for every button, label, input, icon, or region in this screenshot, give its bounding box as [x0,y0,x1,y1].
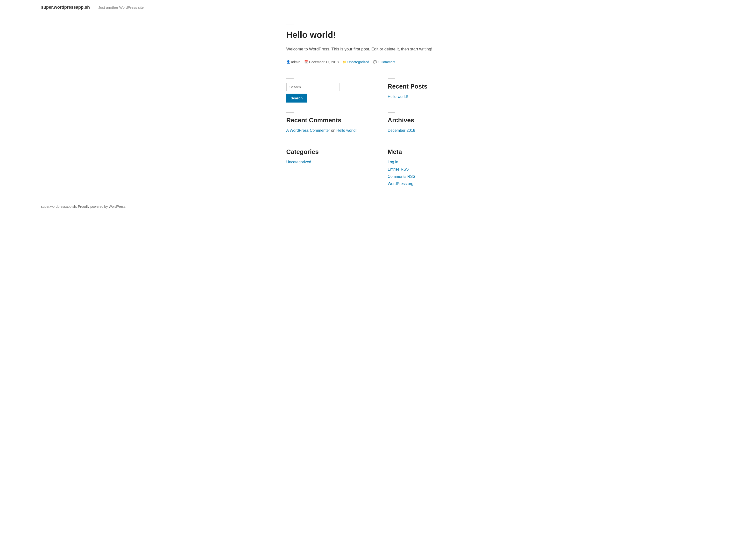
search-widget: Search [286,78,368,103]
post-content: Welcome to WordPress. This is your first… [286,46,470,53]
archives-widget: Archives December 2018 [388,112,470,134]
search-button[interactable]: Search [286,94,307,103]
archive-link-0[interactable]: December 2018 [388,128,470,133]
meta-wordpress-link[interactable]: WordPress.org [388,182,470,186]
meta-comments-link[interactable]: Comments RSS [388,175,470,179]
commenter-link-0[interactable]: A WordPress Commenter [286,128,330,132]
meta-links: Log in Entries RSS Comments RSS WordPres… [388,160,470,188]
comment-post-link-0[interactable]: Hello world! [336,128,357,132]
search-input[interactable] [286,83,339,91]
recent-posts-widget: Recent Posts Hello world! [388,78,470,103]
site-header: super.wordpressapp.sh — Just another Wor… [0,0,756,15]
meta-login-link[interactable]: Log in [388,160,470,164]
recent-comments-divider [286,112,294,113]
search-form: Search [286,83,368,103]
site-content: Hello world! Welcome to WordPress. This … [245,15,511,197]
site-tagline: Just another WordPress site [98,5,144,9]
comment-on-text-0-word: on [331,128,336,132]
archives-title: Archives [388,116,470,124]
recent-posts-title: Recent Posts [388,83,470,90]
categories-divider [286,144,294,144]
author-icon: 👤 [286,60,290,64]
site-title[interactable]: super.wordpressapp.sh [41,5,90,10]
post-meta: 👤 admin 📅 December 17, 2018 📁 Uncategori… [286,60,470,64]
post-title: Hello world! [286,30,470,40]
meta-title: Meta [388,148,470,156]
post-comments-item: 💬 1 Comment [373,60,395,64]
archives-divider [388,112,395,113]
site-separator: — [92,5,96,9]
search-divider [286,78,294,79]
post-author-item: 👤 admin [286,60,300,64]
meta-widget: Meta Log in Entries RSS Comments RSS Wor… [388,144,470,188]
post-category[interactable]: Uncategorized [347,60,369,64]
site-branding: super.wordpressapp.sh — Just another Wor… [41,5,715,10]
meta-entries-link[interactable]: Entries RSS [388,167,470,172]
post-date: December 17, 2018 [309,60,339,64]
footer-credits: super.wordpressapp.sh, Proudly powered b… [41,204,715,208]
recent-comments-title: Recent Comments [286,116,368,124]
categories-title: Categories [286,148,368,156]
comments-icon: 💬 [373,60,377,64]
category-icon: 📁 [343,60,346,64]
widgets-area: Search Recent Posts Hello world! Recent … [286,78,470,188]
date-icon: 📅 [304,60,308,64]
footer-site-name: super.wordpressapp.sh, [41,204,77,208]
post-article: Hello world! Welcome to WordPress. This … [286,25,470,64]
recent-posts-divider [388,78,395,79]
site-footer: super.wordpressapp.sh, Proudly powered b… [0,197,756,216]
post-author: admin [291,60,300,64]
post-divider [286,25,294,25]
categories-widget: Categories Uncategorized [286,144,368,188]
post-category-item: 📁 Uncategorized [343,60,369,64]
recent-post-link-0[interactable]: Hello world! [388,95,470,99]
category-link-0[interactable]: Uncategorized [286,160,368,164]
footer-powered-by: Proudly powered by WordPress. [78,204,127,208]
post-comments[interactable]: 1 Comment [378,60,395,64]
comment-item-0: A WordPress Commenter on Hello world! [286,128,368,133]
meta-divider [388,144,395,144]
recent-comments-widget: Recent Comments A WordPress Commenter on… [286,112,368,134]
post-date-item: 📅 December 17, 2018 [304,60,339,64]
